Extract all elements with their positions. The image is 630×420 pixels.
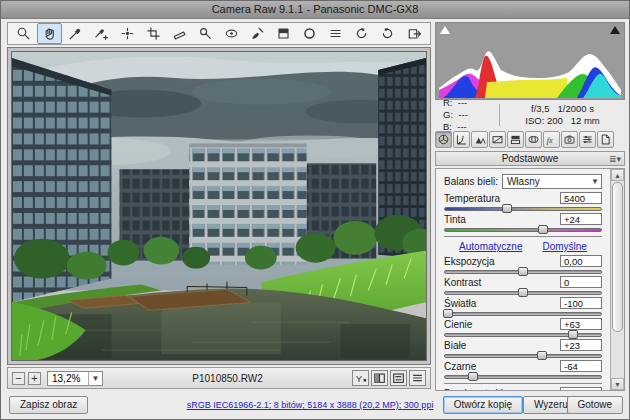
panel-menu-icon[interactable]: ≣▾ bbox=[609, 154, 621, 164]
panel-scrollbar[interactable]: ▲ ▼ bbox=[610, 169, 624, 390]
swap-settings-button[interactable] bbox=[390, 370, 407, 386]
graduated-filter-tool[interactable] bbox=[271, 23, 296, 44]
chevron-down-icon: ▼ bbox=[88, 372, 102, 385]
slider-label: Tinta bbox=[444, 214, 466, 225]
slider-track[interactable] bbox=[444, 354, 602, 358]
swap-icon bbox=[391, 371, 406, 385]
scroll-down-arrow[interactable]: ▼ bbox=[611, 378, 624, 390]
tab-detail[interactable] bbox=[471, 131, 488, 148]
snapshots-tab-icon bbox=[599, 133, 612, 146]
workflow-options-link[interactable]: sRGB IEC61966-2.1; 8 bitów; 5184 x 3888 … bbox=[187, 400, 434, 410]
tab-split-toning[interactable] bbox=[507, 131, 524, 148]
white-balance-select[interactable]: Własny ▼ bbox=[502, 174, 602, 189]
slider-value-input[interactable]: +73 bbox=[560, 387, 602, 391]
sampler-icon bbox=[94, 26, 109, 41]
zoom-tool[interactable] bbox=[11, 23, 36, 44]
slider-track[interactable] bbox=[444, 333, 602, 337]
preview-photo bbox=[11, 51, 427, 361]
image-preview-area[interactable] bbox=[7, 47, 431, 365]
highlight-clipping-icon[interactable] bbox=[610, 26, 620, 34]
color-sampler-tool[interactable] bbox=[89, 23, 114, 44]
slider-value-input[interactable]: 0 bbox=[560, 276, 602, 288]
slider-track[interactable] bbox=[444, 207, 602, 211]
blacks-slider: Czarne-64 bbox=[444, 360, 602, 379]
open-copy-button[interactable]: Otwórz kopię bbox=[443, 396, 523, 414]
slider-thumb[interactable] bbox=[468, 372, 478, 381]
zoom-in-button[interactable]: + bbox=[28, 372, 41, 385]
slider-thumb[interactable] bbox=[518, 288, 528, 297]
slider-value-input[interactable]: +63 bbox=[560, 318, 602, 330]
hsl-tab-icon bbox=[491, 133, 504, 146]
slider-value-input[interactable]: +23 bbox=[560, 339, 602, 351]
panel-tabs bbox=[435, 131, 625, 149]
scroll-up-arrow[interactable]: ▲ bbox=[611, 169, 624, 181]
whites-slider: Białe+23 bbox=[444, 339, 602, 358]
clarity-slider: Przejrzystość+73 bbox=[444, 387, 602, 391]
slider-track[interactable] bbox=[444, 375, 602, 379]
slider-thumb[interactable] bbox=[537, 351, 547, 360]
slider-value-input[interactable]: 5400 bbox=[560, 192, 602, 204]
list-icon bbox=[328, 26, 343, 41]
slider-label: Cienie bbox=[444, 319, 472, 330]
zoom-level-select[interactable]: 13,2% ▼ bbox=[47, 371, 103, 386]
before-after-button[interactable] bbox=[371, 370, 388, 386]
slider-thumb[interactable] bbox=[443, 309, 453, 318]
zoom-icon bbox=[16, 26, 31, 41]
curve-tab-icon bbox=[455, 133, 468, 146]
scrollbar-thumb[interactable] bbox=[612, 182, 623, 332]
preview-menu-button[interactable] bbox=[409, 370, 426, 386]
slider-value-input[interactable]: +24 bbox=[560, 213, 602, 225]
save-image-button[interactable]: Zapisz obraz bbox=[9, 396, 88, 414]
crop-tool[interactable] bbox=[141, 23, 166, 44]
histogram[interactable] bbox=[435, 22, 625, 100]
zoom-out-button[interactable]: − bbox=[12, 372, 25, 385]
basic-tab-icon bbox=[437, 133, 450, 146]
divider bbox=[444, 383, 602, 384]
tab-camera-calibration[interactable] bbox=[561, 131, 578, 148]
shadow-clipping-icon[interactable] bbox=[440, 26, 450, 34]
tab-basic[interactable] bbox=[435, 131, 452, 148]
toggle-fullscreen-button[interactable] bbox=[402, 23, 427, 44]
straighten-icon bbox=[172, 26, 187, 41]
white-balance-tool[interactable] bbox=[63, 23, 88, 44]
menu-icon bbox=[410, 371, 425, 385]
tab-snapshots[interactable] bbox=[597, 131, 614, 148]
slider-thumb[interactable] bbox=[518, 267, 528, 276]
tab-tone-curve[interactable] bbox=[453, 131, 470, 148]
slider-track[interactable] bbox=[444, 312, 602, 316]
rotate-right-tool[interactable] bbox=[375, 23, 400, 44]
slider-thumb[interactable] bbox=[568, 330, 578, 339]
slider-value-input[interactable]: -64 bbox=[560, 360, 602, 372]
tab-effects[interactable] bbox=[543, 131, 560, 148]
radial-filter-tool[interactable] bbox=[297, 23, 322, 44]
done-button[interactable]: Gotowe bbox=[567, 396, 623, 414]
straighten-tool[interactable] bbox=[167, 23, 192, 44]
default-link[interactable]: Domyślne bbox=[542, 241, 586, 252]
split-tab-icon bbox=[509, 133, 522, 146]
rotate-left-tool[interactable] bbox=[349, 23, 374, 44]
tab-hsl-grayscale[interactable] bbox=[489, 131, 506, 148]
tab-lens-corrections[interactable] bbox=[525, 131, 542, 148]
adjustment-brush-tool[interactable] bbox=[245, 23, 270, 44]
tab-presets[interactable] bbox=[579, 131, 596, 148]
slider-track[interactable] bbox=[444, 228, 602, 232]
redeye-icon bbox=[224, 26, 239, 41]
preferences-tool[interactable] bbox=[323, 23, 348, 44]
spot-removal-tool[interactable] bbox=[193, 23, 218, 44]
slider-value-input[interactable]: 0,00 bbox=[560, 255, 602, 267]
red-eye-removal-tool[interactable] bbox=[219, 23, 244, 44]
slider-track[interactable] bbox=[444, 270, 602, 274]
white-balance-row: Balans bieli: Własny ▼ bbox=[444, 172, 602, 190]
slider-track[interactable] bbox=[444, 291, 602, 295]
slider-thumb[interactable] bbox=[538, 225, 548, 234]
rotl-icon bbox=[354, 26, 369, 41]
slider-thumb[interactable] bbox=[502, 204, 512, 213]
cycle-preview-button[interactable] bbox=[352, 370, 369, 386]
cycle-icon bbox=[353, 371, 368, 385]
rgb-readout: R: --- G: --- B: --- bbox=[435, 97, 499, 133]
contrast-slider: Kontrast0 bbox=[444, 276, 602, 295]
targeted-adjustment-tool[interactable] bbox=[115, 23, 140, 44]
slider-value-input[interactable]: -100 bbox=[560, 297, 602, 309]
auto-link[interactable]: Automatyczne bbox=[459, 241, 522, 252]
hand-tool[interactable] bbox=[37, 23, 62, 44]
